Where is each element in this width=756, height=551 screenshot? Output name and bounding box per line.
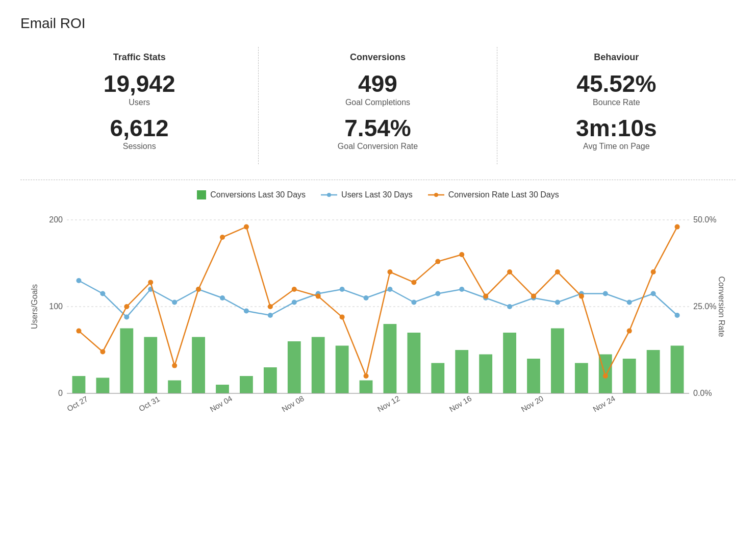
avg-time-label: Avg Time on Page <box>508 142 725 151</box>
svg-point-49 <box>459 287 464 292</box>
goal-rate-value: 7.54% <box>269 115 486 141</box>
svg-point-53 <box>555 300 560 305</box>
svg-point-39 <box>220 295 225 300</box>
svg-point-81 <box>603 373 608 379</box>
goal-rate-label: Goal Conversion Rate <box>269 142 486 151</box>
chart-area: Conversions Last 30 Days Users Last 30 D… <box>20 190 736 424</box>
chart-wrapper: 01002000.0%25.0%50.0%Oct 27Oct 31Nov 04N… <box>20 210 736 424</box>
goal-rate-stat: 7.54% Goal Conversion Rate <box>269 115 486 152</box>
sessions-value: 6,612 <box>31 115 248 141</box>
svg-text:Conversion Rate: Conversion Rate <box>717 277 726 337</box>
avg-time-value: 3m:10s <box>508 115 725 141</box>
svg-rect-9 <box>120 329 133 394</box>
svg-rect-32 <box>671 346 684 394</box>
svg-point-78 <box>531 294 536 299</box>
main-chart: 01002000.0%25.0%50.0%Oct 27Oct 31Nov 04N… <box>20 210 736 424</box>
svg-rect-14 <box>240 376 253 393</box>
svg-point-73 <box>411 280 416 285</box>
svg-text:Nov 12: Nov 12 <box>376 394 401 413</box>
svg-text:Nov 20: Nov 20 <box>519 394 545 413</box>
svg-rect-13 <box>216 385 229 393</box>
svg-rect-28 <box>575 363 588 394</box>
svg-point-42 <box>292 300 297 305</box>
svg-text:Users/Goals: Users/Goals <box>30 284 39 329</box>
svg-point-77 <box>507 269 512 274</box>
users-label: Users <box>31 98 248 107</box>
svg-rect-17 <box>312 337 325 394</box>
legend-conversions-box <box>197 190 206 199</box>
svg-point-56 <box>627 300 632 305</box>
svg-point-61 <box>124 304 129 309</box>
svg-point-68 <box>292 287 297 292</box>
page-title: Email ROI <box>20 15 736 32</box>
svg-rect-21 <box>407 333 420 393</box>
svg-point-57 <box>651 291 656 296</box>
legend-conversions: Conversions Last 30 Days <box>197 190 306 199</box>
sessions-stat: 6,612 Sessions <box>31 115 248 152</box>
svg-point-82 <box>627 329 632 334</box>
bounce-rate-label: Bounce Rate <box>508 98 725 107</box>
svg-text:200: 200 <box>49 215 63 224</box>
svg-text:Oct 31: Oct 31 <box>137 394 161 413</box>
traffic-section: Traffic Stats 19,942 Users 6,612 Session… <box>20 47 259 164</box>
stats-grid: Traffic Stats 19,942 Users 6,612 Session… <box>20 47 736 180</box>
svg-rect-15 <box>264 367 277 393</box>
svg-point-64 <box>196 287 201 292</box>
svg-point-74 <box>435 259 440 264</box>
svg-point-37 <box>172 300 177 305</box>
svg-text:50.0%: 50.0% <box>693 215 716 224</box>
legend-users-line-icon <box>321 191 337 198</box>
svg-rect-20 <box>384 324 397 393</box>
svg-point-40 <box>244 309 249 314</box>
svg-point-75 <box>459 252 464 257</box>
svg-text:Oct 27: Oct 27 <box>65 394 89 413</box>
svg-rect-7 <box>72 376 86 393</box>
svg-point-60 <box>100 349 105 355</box>
traffic-title: Traffic Stats <box>31 52 248 63</box>
svg-rect-22 <box>431 363 444 394</box>
goal-completions-label: Goal Completions <box>269 98 486 107</box>
goal-completions-value: 499 <box>269 71 486 97</box>
svg-point-3 <box>434 193 438 197</box>
svg-point-35 <box>124 315 129 320</box>
svg-rect-12 <box>192 337 205 394</box>
svg-point-46 <box>387 287 392 292</box>
conversions-section: Conversions 499 Goal Completions 7.54% G… <box>259 47 497 164</box>
svg-point-63 <box>172 363 177 368</box>
svg-rect-25 <box>503 333 516 393</box>
conversions-title: Conversions <box>269 52 486 63</box>
svg-text:100: 100 <box>49 302 63 311</box>
svg-rect-16 <box>288 341 301 393</box>
behaviour-section: Behaviour 45.52% Bounce Rate 3m:10s Avg … <box>497 47 736 164</box>
goal-completions-stat: 499 Goal Completions <box>269 71 486 107</box>
svg-point-76 <box>483 294 488 299</box>
svg-point-72 <box>387 269 392 274</box>
svg-point-66 <box>244 224 249 230</box>
svg-text:Nov 16: Nov 16 <box>448 394 473 413</box>
svg-rect-19 <box>360 381 373 394</box>
svg-point-70 <box>340 315 345 320</box>
sessions-label: Sessions <box>31 142 248 151</box>
svg-point-62 <box>148 280 153 285</box>
svg-point-65 <box>220 235 225 240</box>
svg-point-55 <box>603 291 608 296</box>
svg-text:0: 0 <box>58 389 63 397</box>
bounce-rate-stat: 45.52% Bounce Rate <box>508 71 725 107</box>
svg-point-69 <box>316 294 321 299</box>
legend-users: Users Last 30 Days <box>321 190 413 199</box>
svg-rect-27 <box>551 329 564 394</box>
legend-rate-label: Conversion Rate Last 30 Days <box>448 190 559 199</box>
svg-point-84 <box>675 224 680 230</box>
bounce-rate-value: 45.52% <box>508 71 725 97</box>
svg-rect-18 <box>336 346 349 394</box>
svg-point-58 <box>675 313 680 318</box>
svg-rect-24 <box>479 355 492 394</box>
svg-rect-30 <box>623 359 636 393</box>
svg-point-59 <box>76 329 81 334</box>
svg-rect-23 <box>455 350 468 393</box>
svg-point-33 <box>76 278 81 283</box>
legend-rate-line-icon <box>428 191 444 198</box>
svg-rect-31 <box>647 350 660 393</box>
svg-point-34 <box>100 291 105 296</box>
svg-text:0.0%: 0.0% <box>693 389 712 397</box>
